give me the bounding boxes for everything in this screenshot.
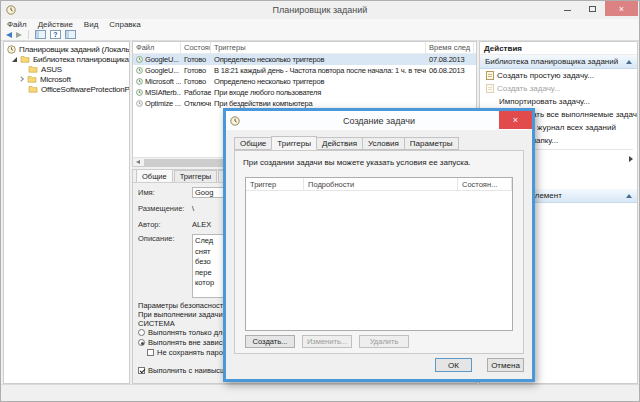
tree-item-asus[interactable]: ASUS	[4, 64, 129, 74]
dialog-tabs: Общие Триггеры Действия Условия Параметр…	[226, 130, 532, 150]
column-header-status[interactable]: Состоян...	[458, 178, 512, 191]
folder-icon	[28, 65, 38, 73]
actions-section-library[interactable]: Библиотека планировщика заданий	[480, 55, 637, 69]
tree-item-root[interactable]: Планировщик заданий (Локальный)	[4, 44, 129, 54]
action-label: Импортировать задачу...	[499, 97, 590, 106]
description-label: Описание:	[138, 234, 192, 243]
action-create-task[interactable]: Создать задачу...	[480, 82, 637, 95]
dialog-close-button[interactable]: ×	[499, 111, 532, 129]
triggers-list[interactable]: Триггер Подробности Состоян...	[245, 177, 513, 331]
close-button[interactable]: ×	[605, 1, 638, 16]
column-header-file[interactable]: Файл	[133, 42, 181, 54]
task-list-header: Файл Состояние Триггеры Время след	[133, 42, 476, 54]
scroll-left-icon[interactable]	[133, 158, 142, 166]
column-header-details[interactable]: Подробности	[304, 178, 458, 191]
tree-item-label: Microsoft	[40, 75, 71, 84]
task-file: Microsoft ...	[145, 77, 181, 86]
edit-trigger-button[interactable]: Изменить...	[302, 335, 352, 348]
show-action-pane-icon[interactable]	[65, 30, 76, 39]
app-clock-icon	[6, 5, 16, 15]
dialog-tab-page: При создании задачи вы можете указать ус…	[234, 150, 524, 354]
task-file: GoogleU...	[145, 66, 179, 75]
dialog-tab-triggers[interactable]: Триггеры	[271, 136, 317, 150]
task-next-run	[426, 87, 474, 98]
tree-item-microsoft[interactable]: Microsoft	[4, 74, 129, 84]
window-title: Планировщик заданий	[101, 5, 539, 15]
toolbar: ?	[1, 29, 639, 41]
actions-title: Действия	[480, 42, 637, 55]
menu-item-file[interactable]: Файл	[7, 20, 27, 29]
menu-item-action[interactable]: Действие	[38, 20, 73, 29]
expander-open-icon[interactable]	[12, 57, 17, 62]
radio-checked-icon[interactable]	[138, 339, 145, 346]
ok-button[interactable]: ОК	[435, 358, 472, 372]
forward-icon[interactable]	[16, 32, 22, 38]
simple-task-icon	[486, 71, 494, 80]
action-label: Создать простую задачу...	[497, 71, 594, 80]
dialog-tab-settings[interactable]: Параметры	[404, 137, 459, 150]
menu-item-view[interactable]: Вид	[84, 20, 98, 29]
help-icon[interactable]: ?	[50, 30, 61, 39]
checkbox-icon[interactable]	[147, 349, 154, 356]
cancel-button[interactable]: Отмена	[487, 358, 524, 372]
tree-item-officesoftware[interactable]: OfficeSoftwareProtectionPlatform	[4, 84, 129, 94]
create-task-dialog: Создание задачи × Общие Триггеры Действи…	[223, 108, 535, 382]
dialog-clock-icon	[230, 116, 240, 126]
back-icon[interactable]	[6, 32, 12, 38]
console-tree: Планировщик заданий (Локальный) Библиоте…	[3, 41, 130, 384]
author-value: ALEX	[192, 220, 211, 229]
checkbox-label: Выполнить с наивысш	[148, 366, 226, 375]
create-trigger-button[interactable]: Создать...	[245, 335, 295, 348]
task-row[interactable]: GoogleU... Готово Определено несколько т…	[133, 54, 476, 65]
dialog-instruction: При создании задачи вы можете указать ус…	[235, 151, 523, 167]
action-create-simple-task[interactable]: Создать простую задачу...	[480, 69, 637, 82]
tab-general[interactable]: Общие	[136, 169, 173, 182]
folder-icon	[27, 75, 37, 83]
collapse-icon[interactable]	[626, 194, 632, 198]
checkbox-checked-icon[interactable]	[138, 367, 145, 374]
menu-bar: Файл Действие Вид Справка	[1, 19, 639, 29]
tree-item-library[interactable]: Библиотека планировщика заданий	[4, 54, 129, 64]
maximize-button[interactable]	[580, 1, 605, 16]
dialog-tab-general[interactable]: Общие	[234, 137, 272, 150]
toolbar-separator	[28, 30, 29, 39]
collapse-icon[interactable]	[626, 60, 632, 64]
expander-closed-icon[interactable]	[18, 76, 24, 82]
task-triggers: Определено несколько триггеров	[211, 76, 426, 87]
show-console-tree-icon[interactable]	[35, 30, 46, 39]
trigger-buttons: Создать... Изменить... Удалить	[245, 335, 409, 348]
status-bar	[1, 384, 639, 401]
tab-triggers[interactable]: Триггеры	[174, 170, 218, 182]
task-row[interactable]: GoogleU... Готово В 18:21 каждый день - …	[133, 65, 476, 76]
task-triggers: В 18:21 каждый день - Частота повтора по…	[211, 65, 426, 76]
task-next-run: 06.08.2013	[426, 65, 474, 76]
task-clock-icon	[136, 67, 143, 74]
menu-item-help[interactable]: Справка	[109, 20, 140, 29]
task-clock-icon	[136, 89, 143, 96]
name-label: Имя:	[138, 188, 192, 197]
column-header-state[interactable]: Состояние	[181, 42, 211, 54]
dialog-title: Создание задачи	[266, 116, 492, 126]
tree-item-label: ASUS	[41, 65, 62, 74]
dialog-tab-conditions[interactable]: Условия	[362, 137, 405, 150]
task-next-run: 07.08.2013	[426, 54, 474, 65]
folder-icon	[28, 85, 38, 93]
task-row[interactable]: Microsoft ... Готово Определено нескольк…	[133, 76, 476, 87]
task-state: Готово	[181, 54, 211, 65]
radio-icon[interactable]	[138, 329, 145, 336]
delete-trigger-button[interactable]: Удалить	[359, 335, 409, 348]
column-header-trigger[interactable]: Триггер	[246, 178, 304, 191]
task-state: Готово	[181, 65, 211, 76]
column-header-next-run[interactable]: Время след	[426, 42, 474, 54]
action-import-task[interactable]: Импортировать задачу...	[480, 95, 637, 108]
task-row[interactable]: MSIAfterb... Работает При входе любого п…	[133, 87, 476, 98]
dialog-title-bar: Создание задачи ×	[226, 111, 532, 130]
task-next-run	[426, 76, 474, 87]
tree-item-label: Библиотека планировщика заданий	[33, 55, 129, 64]
task-state: Отключено	[181, 98, 211, 109]
minimize-button[interactable]	[555, 1, 580, 16]
submenu-arrow-icon	[629, 156, 633, 162]
dialog-footer: ОК Отмена	[435, 358, 524, 372]
column-header-triggers[interactable]: Триггеры	[211, 42, 426, 54]
dialog-tab-actions[interactable]: Действия	[316, 137, 363, 150]
